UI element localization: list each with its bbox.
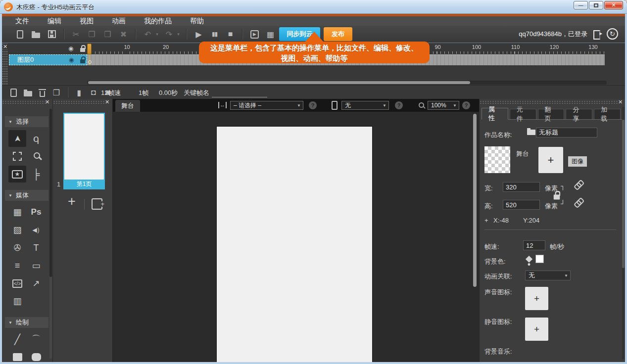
redo-icon[interactable]: ↷ (163, 28, 175, 41)
visibility-column-icon[interactable]: ◉ (68, 45, 73, 52)
stage-tab[interactable]: 舞台 (115, 100, 140, 112)
menu-item-帮助[interactable]: 帮助 (190, 17, 204, 26)
add-sound-icon-button[interactable]: + (525, 287, 548, 310)
lasso-tool[interactable]: ρ (27, 130, 45, 147)
tool-section-header[interactable]: ▼绘制 (5, 317, 48, 328)
paste-icon[interactable]: ❒ (101, 28, 114, 41)
tools-scrollbar-thumb[interactable] (49, 109, 52, 277)
new-page-icon[interactable] (8, 86, 19, 99)
video-tool[interactable]: ✇ (8, 239, 26, 256)
select-tool[interactable]: ➤ (8, 130, 26, 147)
code-tool[interactable]: </> (8, 275, 26, 292)
chart-tool[interactable]: ↗ (27, 275, 45, 292)
tool-section-header[interactable]: ▼选择 (5, 116, 48, 127)
refresh-icon[interactable]: ↻ (607, 28, 618, 40)
tab-属性[interactable]: 属性 (482, 108, 508, 120)
undo-menu-icon[interactable]: ▾ (155, 28, 159, 41)
text-tool[interactable]: T (27, 239, 45, 256)
pause-icon[interactable]: ▮▮ (208, 28, 221, 41)
bg-color-swatch[interactable] (535, 255, 544, 263)
keyframe-marker[interactable] (88, 60, 92, 64)
zoom-tool[interactable] (27, 148, 45, 165)
stage-size-select[interactable]: – 请选择 – ▼ (230, 101, 303, 110)
page-folder-icon[interactable] (22, 86, 33, 99)
tab-分享[interactable]: 分享 (566, 109, 592, 119)
work-name-input[interactable] (536, 128, 597, 137)
menu-item-视图[interactable]: 视图 (80, 17, 94, 26)
device-select[interactable]: 无 ▼ (341, 101, 389, 110)
link-height-icon[interactable] (572, 196, 584, 209)
mobile-preview-icon[interactable]: ▦ (264, 28, 277, 41)
menu-item-文件[interactable]: 文件 (15, 17, 29, 26)
properties-scrollbar-track[interactable] (622, 107, 625, 359)
transform-tool[interactable] (8, 148, 26, 165)
anim-link-select[interactable]: 无 ▼ (525, 271, 571, 280)
folder-icon[interactable] (527, 130, 535, 135)
layer-row[interactable]: 图层0 ◉ (9, 54, 87, 65)
copy-icon[interactable]: ❐ (86, 28, 98, 41)
menu-item-我的作品[interactable]: 我的作品 (144, 17, 172, 26)
open-file-icon[interactable] (30, 28, 42, 41)
publish-button[interactable]: 发布 (324, 27, 352, 41)
library-tool[interactable]: ▦ (8, 204, 26, 221)
tools-close-icon[interactable]: ✕ (45, 99, 49, 105)
help-icon[interactable]: ? (462, 101, 470, 109)
panel-drag-strip[interactable] (480, 100, 618, 105)
fps-input[interactable] (523, 240, 545, 250)
line-tool[interactable]: ╱ (8, 331, 26, 348)
layer-lock-icon[interactable] (80, 56, 85, 65)
menu-item-编辑[interactable]: 编辑 (48, 17, 61, 26)
properties-close-icon[interactable]: ✕ (618, 99, 623, 105)
paragraph-tool[interactable]: ≡ (8, 257, 26, 274)
timeline-hscrollbar-thumb[interactable] (88, 81, 470, 84)
audio-tool[interactable]: ◀) (27, 222, 45, 238)
expand-position-icon[interactable]: + (484, 217, 488, 224)
tab-翻页[interactable]: 翻页 (538, 109, 565, 119)
logout-icon[interactable] (593, 30, 601, 38)
tab-元件[interactable]: 元件 (510, 109, 536, 119)
page-thumbnail[interactable]: 第1页 (63, 113, 105, 189)
fit-width-icon[interactable]: ↔ (218, 102, 227, 108)
duplicate-page-icon[interactable]: ❐ (51, 86, 62, 99)
timeline-hscrollbar-track[interactable] (87, 81, 607, 85)
constrain-lock-icon[interactable] (554, 190, 560, 202)
minimize-button[interactable]: — (574, 1, 588, 9)
preview-icon[interactable]: ▶ (248, 28, 261, 41)
lock-column-icon[interactable] (80, 45, 85, 54)
panorama-tool[interactable]: ▥ (8, 293, 26, 310)
new-file-icon[interactable] (14, 28, 26, 41)
insert-keyframe-icon[interactable]: ◘ (88, 86, 99, 99)
play-icon[interactable]: ▶ (193, 28, 205, 41)
height-input[interactable] (503, 200, 540, 210)
paint-bucket-icon[interactable] (526, 256, 532, 263)
properties-scrollbar-thumb[interactable] (622, 120, 625, 268)
stop-icon[interactable]: ■ (224, 28, 237, 41)
undo-icon[interactable]: ↶ (142, 28, 154, 41)
pages-close-icon[interactable]: ✕ (105, 99, 109, 105)
panel-drag-strip[interactable] (53, 100, 105, 105)
rounded-rect-tool[interactable] (27, 349, 45, 362)
image-type-button[interactable]: 图像 (568, 156, 587, 167)
panel-drag-strip[interactable] (2, 100, 46, 105)
add-mute-icon-button[interactable]: + (525, 318, 548, 341)
save-icon[interactable] (46, 28, 58, 41)
title-bar[interactable]: 木疙瘩 - 专业H5动画云平台 — ✕ (0, 0, 627, 14)
image-tool[interactable]: ▧ (8, 222, 26, 238)
tool-section-header[interactable]: ▼媒体 (5, 190, 48, 201)
delete-icon[interactable]: ✖ (117, 28, 130, 41)
playhead[interactable] (87, 44, 92, 54)
help-icon[interactable]: ? (309, 101, 317, 109)
add-stage-image-button[interactable]: + (538, 147, 563, 173)
stage-canvas[interactable] (216, 126, 373, 362)
insert-page-button[interactable] (92, 198, 102, 210)
width-input[interactable] (503, 182, 540, 192)
cut-icon[interactable]: ✂ (70, 28, 82, 41)
link-width-icon[interactable] (572, 179, 584, 191)
timeline-close-icon[interactable]: ✕ (3, 44, 7, 49)
zoom-select[interactable]: 100% ▼ (428, 101, 459, 110)
stage-select-tool[interactable]: ★ (8, 166, 26, 182)
menu-item-动画[interactable]: 动画 (112, 17, 126, 26)
tools-scrollbar-track[interactable] (49, 109, 52, 359)
tab-加载[interactable]: 加载 (594, 109, 621, 119)
help-icon[interactable]: ? (395, 101, 403, 109)
